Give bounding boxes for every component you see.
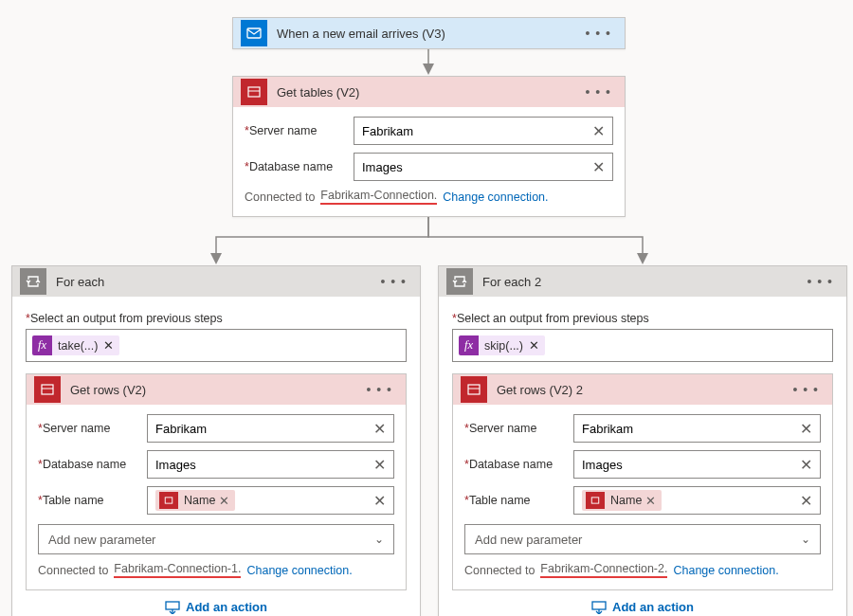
chevron-down-icon: ⌄ xyxy=(374,533,384,546)
chevron-down-icon: ⌄ xyxy=(801,533,810,546)
get-tables-title: Get tables (V2) xyxy=(277,85,580,100)
database-name-input-wrap[interactable]: ✕ xyxy=(354,153,613,181)
sql-icon xyxy=(34,376,61,403)
for-each-1-menu[interactable]: • • • xyxy=(375,274,412,289)
chip-remove-icon[interactable]: ✕ xyxy=(529,338,545,353)
svg-rect-1 xyxy=(247,28,261,38)
database-name-input-wrap[interactable]: ✕ xyxy=(573,450,821,479)
server-name-input[interactable] xyxy=(155,422,373,436)
chip-remove-icon[interactable]: ✕ xyxy=(103,338,119,353)
change-connection-link[interactable]: Change connection. xyxy=(246,564,352,577)
fx-icon: fx xyxy=(459,335,479,355)
server-name-input-wrap[interactable]: ✕ xyxy=(147,414,394,443)
sql-icon xyxy=(586,492,605,509)
table-name-input-wrap[interactable]: Name ✕ ✕ xyxy=(147,486,394,515)
database-name-label: *Database name xyxy=(464,458,573,471)
flow-canvas: When a new email arrives (V3) • • • Get … xyxy=(0,0,853,616)
clear-icon[interactable]: ✕ xyxy=(592,158,605,176)
table-name-label: *Table name xyxy=(464,494,573,507)
change-connection-link[interactable]: Change connection. xyxy=(673,564,778,577)
sql-icon xyxy=(159,492,178,509)
for-each-2-title: For each 2 xyxy=(482,275,802,289)
trigger-menu[interactable]: • • • xyxy=(580,26,617,41)
get-rows-header[interactable]: Get rows (V2) • • • xyxy=(27,374,406,405)
get-rows-2-header[interactable]: Get rows (V2) 2 • • • xyxy=(453,374,832,405)
server-name-input[interactable] xyxy=(362,124,592,138)
connection-info: Connected to Fabrikam-Connection. Change… xyxy=(245,189,613,205)
add-action-button[interactable]: Add an action xyxy=(26,590,407,616)
table-name-chip[interactable]: Name ✕ xyxy=(582,490,662,511)
svg-rect-6 xyxy=(165,498,172,503)
connection-name: Fabrikam-Connection-2. xyxy=(540,562,667,578)
for-each-2-menu[interactable]: • • • xyxy=(802,274,839,289)
database-name-input-wrap[interactable]: ✕ xyxy=(147,450,394,479)
connection-name: Fabrikam-Connection-1. xyxy=(114,562,241,578)
clear-icon[interactable]: ✕ xyxy=(592,122,605,140)
sql-icon xyxy=(461,376,487,403)
for-each-2-header[interactable]: For each 2 • • • xyxy=(439,266,846,297)
connection-info: Connected to Fabrikam-Connection-1. Chan… xyxy=(38,562,394,578)
table-name-label: *Table name xyxy=(38,494,147,507)
get-rows-card: Get rows (V2) • • • *Server name ✕ *Data… xyxy=(26,373,407,590)
add-parameter-dropdown[interactable]: Add new parameter ⌄ xyxy=(38,524,394,554)
get-rows-2-card: Get rows (V2) 2 • • • *Server name ✕ *Da… xyxy=(452,373,833,590)
svg-rect-7 xyxy=(166,602,179,609)
get-rows-menu[interactable]: • • • xyxy=(361,382,398,397)
clear-icon[interactable]: ✕ xyxy=(373,420,386,438)
database-name-label: *Database name xyxy=(38,458,147,471)
server-name-label: *Server name xyxy=(38,422,147,435)
chip-remove-icon[interactable]: ✕ xyxy=(645,494,656,508)
add-parameter-dropdown[interactable]: Add new parameter ⌄ xyxy=(464,524,821,554)
get-tables-menu[interactable]: • • • xyxy=(580,84,617,100)
add-action-icon xyxy=(591,601,607,614)
svg-rect-12 xyxy=(592,602,606,609)
add-action-icon xyxy=(165,601,180,614)
fx-expression-chip[interactable]: fx take(...) ✕ xyxy=(32,335,119,355)
trigger-header[interactable]: When a new email arrives (V3) • • • xyxy=(233,18,625,48)
get-rows-title: Get rows (V2) xyxy=(70,383,361,397)
svg-rect-11 xyxy=(591,498,599,503)
database-name-label: *Database name xyxy=(245,160,354,173)
database-name-input[interactable] xyxy=(582,458,800,472)
loop-icon xyxy=(20,268,46,295)
get-rows-2-title: Get rows (V2) 2 xyxy=(497,383,788,397)
database-name-input[interactable] xyxy=(155,458,373,472)
sql-icon xyxy=(241,79,267,105)
select-output-label: *Select an output from previous steps xyxy=(26,312,407,325)
clear-icon[interactable]: ✕ xyxy=(800,420,812,438)
clear-icon[interactable]: ✕ xyxy=(800,492,812,510)
for-each-1: For each • • • *Select an output from pr… xyxy=(11,265,421,616)
database-name-input[interactable] xyxy=(362,160,592,174)
trigger-title: When a new email arrives (V3) xyxy=(277,27,580,41)
change-connection-link[interactable]: Change connection. xyxy=(443,190,548,204)
server-name-input[interactable] xyxy=(582,422,800,436)
action-get-tables: Get tables (V2) • • • *Server name ✕ *Da… xyxy=(232,76,626,217)
for-each-2: For each 2 • • • *Select an output from … xyxy=(438,265,847,616)
server-name-input-wrap[interactable]: ✕ xyxy=(573,414,821,443)
table-name-chip[interactable]: Name ✕ xyxy=(155,490,235,511)
table-name-input-wrap[interactable]: Name ✕ ✕ xyxy=(573,486,821,515)
select-output-label: *Select an output from previous steps xyxy=(452,312,833,325)
connection-name: Fabrikam-Connection. xyxy=(320,189,437,205)
clear-icon[interactable]: ✕ xyxy=(800,456,812,474)
loop-icon xyxy=(446,268,473,295)
trigger-card[interactable]: When a new email arrives (V3) • • • xyxy=(232,17,626,49)
for-each-1-title: For each xyxy=(56,275,375,289)
get-tables-body: *Server name ✕ *Database name ✕ Connecte… xyxy=(233,107,625,216)
outlook-icon xyxy=(241,20,267,46)
svg-rect-9 xyxy=(468,385,480,394)
for-each-1-header[interactable]: For each • • • xyxy=(12,266,420,297)
fx-expression-chip[interactable]: fx skip(...) ✕ xyxy=(459,335,545,355)
add-action-button[interactable]: Add an action xyxy=(452,590,833,616)
select-output-box[interactable]: fx skip(...) ✕ xyxy=(452,329,833,362)
server-name-label: *Server name xyxy=(464,422,573,435)
select-output-box[interactable]: fx take(...) ✕ xyxy=(26,329,407,362)
svg-rect-4 xyxy=(42,385,53,394)
clear-icon[interactable]: ✕ xyxy=(373,456,386,474)
get-tables-header[interactable]: Get tables (V2) • • • xyxy=(233,77,625,107)
clear-icon[interactable]: ✕ xyxy=(373,492,386,510)
server-name-input-wrap[interactable]: ✕ xyxy=(354,117,613,145)
connection-info: Connected to Fabrikam-Connection-2. Chan… xyxy=(464,562,821,578)
chip-remove-icon[interactable]: ✕ xyxy=(219,494,229,508)
get-rows-2-menu[interactable]: • • • xyxy=(788,382,825,397)
